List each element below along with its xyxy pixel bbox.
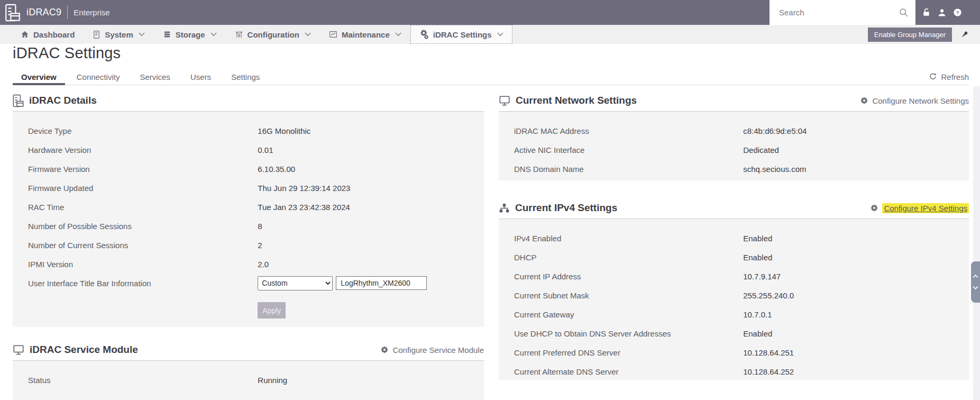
row-value: 10.128.64.251 [743, 348, 969, 357]
scroll-down-icon[interactable] [973, 286, 978, 290]
tab-settings[interactable]: Settings [223, 69, 268, 85]
nav-label: Maintenance [342, 30, 390, 39]
nav-item-maintenance[interactable]: Maintenance [320, 25, 410, 44]
gear-icon [380, 346, 389, 354]
search-box [770, 0, 915, 25]
main-nav: Dashboard System Storage Configuratio [0, 25, 980, 44]
nav-item-configuration[interactable]: Configuration [226, 25, 320, 44]
scrollbar-track[interactable] [973, 86, 980, 400]
row-value: Enabled [743, 234, 969, 243]
tab-users[interactable]: Users [182, 69, 219, 85]
card-title: iDRAC Service Module [30, 344, 138, 356]
help-icon[interactable]: ? [952, 7, 963, 17]
idrac-details-header: iDRAC Details [13, 90, 484, 111]
ipv4-settings-card: Current IPv4 Settings Configure IPv4 Set… [499, 197, 969, 380]
service-module-rows: Status Running [13, 370, 484, 389]
detail-row: Current Subnet Mask 255.255.240.0 [499, 286, 969, 305]
card-title: iDRAC Details [29, 95, 97, 106]
scroll-up-icon[interactable] [973, 274, 978, 278]
user-icon[interactable] [937, 8, 947, 17]
idrac-logo-icon [5, 4, 21, 22]
svg-text:?: ? [956, 10, 959, 15]
detail-row: Active NIC Interface Dedicated [499, 140, 969, 159]
row-value: Thu Jun 29 12:39:14 2023 [258, 184, 484, 193]
detail-row: Current Preferred DNS Server 10.128.64.2… [499, 343, 969, 362]
refresh-button[interactable]: Refresh [929, 72, 969, 82]
detail-row: Current IP Address 10.7.9.147 [499, 267, 969, 286]
system-icon [93, 30, 100, 39]
monitor-icon [499, 95, 510, 106]
row-value: schq.secious.com [743, 165, 969, 174]
nav-label: Storage [176, 30, 205, 39]
pin-icon[interactable] [960, 30, 969, 39]
detail-row: Current Alternate DNS Server 10.128.64.2… [499, 362, 969, 380]
nav-item-idrac-settings[interactable]: iDRAC Settings [410, 25, 512, 44]
ipv4-settings-body: IPv4 Enabled Enabled DHCP Enabled Curren… [499, 219, 969, 380]
network-settings-card: Current Network Settings Configure Netwo… [499, 90, 969, 180]
detail-row: Device Type 16G Monolithic [13, 121, 484, 140]
idrac-details-body: Device Type 16G Monolithic Hardware Vers… [13, 111, 484, 327]
detail-row: Firmware Updated Thu Jun 29 12:39:14 202… [13, 178, 484, 197]
tab-connectivity[interactable]: Connectivity [68, 69, 129, 85]
configure-network-settings-link[interactable]: Configure Network Settings [860, 96, 969, 105]
service-module-body: Status Running [13, 360, 484, 400]
title-bar-info-row: User Interface Title Bar Information Cus… [13, 274, 484, 293]
row-label: User Interface Title Bar Information [13, 279, 258, 288]
row-value: 10.7.9.147 [743, 272, 969, 281]
row-label: Status [13, 376, 258, 385]
ipv4-settings-rows: IPv4 Enabled Enabled DHCP Enabled Curren… [499, 229, 969, 380]
action-label-highlighted: Configure IPv4 Settings [882, 203, 969, 213]
sliders-icon [235, 30, 243, 39]
title-bar-custom-input[interactable] [336, 276, 427, 290]
row-value: 16G Monolithic [258, 126, 484, 135]
title-bar-source-select[interactable]: Custom [258, 276, 333, 290]
configure-service-module-link[interactable]: Configure Service Module [380, 346, 484, 354]
row-value: 6.10.35.00 [258, 165, 484, 174]
row-value: Running [258, 376, 484, 385]
row-value: 10.128.64.252 [743, 367, 969, 376]
detail-row: iDRAC MAC Address c8:4b:d6:9d:e5:04 [499, 121, 969, 140]
search-input[interactable] [770, 8, 899, 17]
row-value: 2 [258, 241, 484, 250]
detail-row: Current Gateway 10.7.0.1 [499, 305, 969, 324]
ipv4-settings-header: Current IPv4 Settings Configure IPv4 Set… [499, 197, 969, 219]
nav-item-dashboard[interactable]: Dashboard [12, 25, 84, 44]
nav-item-storage[interactable]: Storage [154, 25, 226, 44]
chevron-down-icon [210, 32, 217, 37]
chevron-down-icon [305, 32, 311, 37]
unlock-icon[interactable] [921, 7, 931, 17]
tab-overview[interactable]: Overview [13, 69, 65, 85]
search-icon[interactable] [899, 7, 909, 17]
row-value: 0.01 [258, 146, 484, 154]
top-bar: iDRAC9 Enterprise ? [0, 0, 980, 25]
service-module-header: iDRAC Service Module Configure Service M… [13, 339, 484, 360]
row-label: Current Gateway [499, 310, 743, 319]
network-settings-body: iDRAC MAC Address c8:4b:d6:9d:e5:04 Acti… [499, 111, 969, 180]
row-value: Enabled [743, 253, 969, 262]
detail-row: Number of Possible Sessions 8 [13, 216, 484, 235]
tab-services[interactable]: Services [131, 69, 179, 85]
row-label: Number of Possible Sessions [13, 222, 258, 231]
detail-row: IPMI Version 2.0 [13, 254, 484, 274]
chevron-down-icon [395, 32, 401, 37]
row-label: DNS Domain Name [499, 165, 743, 174]
tab-label: Connectivity [77, 72, 120, 81]
nav-right: Enable Group Manager [868, 25, 980, 44]
configure-ipv4-settings-link[interactable]: Configure IPv4 Settings [870, 203, 969, 213]
product-name: iDRAC9 [26, 7, 61, 18]
detail-row: Hardware Version 0.01 [13, 140, 484, 159]
page-title: iDRAC Settings [13, 44, 121, 62]
row-label: DHCP [499, 253, 743, 262]
nav-item-system[interactable]: System [84, 25, 153, 44]
tab-label: Overview [21, 72, 57, 81]
row-label: Current IP Address [499, 272, 743, 281]
row-value: Tue Jan 23 23:42:38 2024 [258, 203, 484, 212]
tab-bar: Overview Connectivity Services Users Set… [13, 69, 969, 85]
row-label: Firmware Version [13, 165, 258, 174]
row-value: Enabled [743, 329, 969, 338]
detail-row: Number of Current Sessions 2 [13, 235, 484, 254]
row-label: Device Type [13, 126, 258, 135]
enable-group-manager-button[interactable]: Enable Group Manager [868, 28, 952, 42]
apply-button[interactable]: Apply [258, 302, 286, 319]
chevron-down-icon [497, 32, 503, 37]
